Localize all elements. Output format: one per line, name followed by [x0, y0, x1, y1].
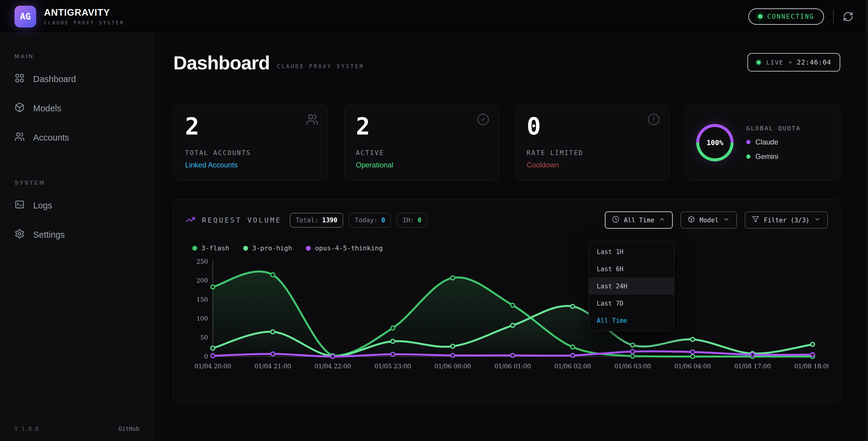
- svg-text:01/04 22:00: 01/04 22:00: [314, 362, 351, 370]
- sidebar-item-dashboard[interactable]: Dashboard: [0, 64, 154, 94]
- svg-text:01/04 20:00: 01/04 20:00: [194, 362, 231, 370]
- chart-title: REQUEST VOLUME: [202, 216, 281, 224]
- divider: [833, 10, 834, 24]
- model-filter-button[interactable]: Model: [681, 211, 737, 229]
- stat-label: RATE LIMITED: [527, 149, 658, 156]
- time-range-label: All Time: [624, 216, 654, 224]
- stat-card-active: 2ACTIVEOperational: [344, 105, 499, 180]
- svg-text:01/06 04:00: 01/06 04:00: [674, 362, 711, 370]
- users-icon: [14, 131, 25, 144]
- svg-text:50: 50: [200, 334, 208, 341]
- legend-dot: [243, 246, 248, 251]
- app-logo: AG: [14, 6, 36, 27]
- refresh-icon[interactable]: [843, 11, 854, 22]
- chip-label: Today:: [355, 216, 378, 224]
- chip-today: Today:0: [349, 213, 391, 228]
- quota-ring: 100%: [696, 124, 734, 161]
- app-subtitle: CLAUDE PROXY SYSTEM: [44, 20, 124, 26]
- chip-label: 1H:: [403, 216, 414, 224]
- dropdown-item-last-24h[interactable]: Last 24H: [589, 277, 674, 295]
- dot-separator: [789, 61, 792, 64]
- page-subtitle: CLAUDE PROXY SYSTEM: [277, 63, 364, 74]
- svg-text:01/08 18:00: 01/08 18:00: [794, 362, 829, 370]
- package-icon: [688, 216, 695, 225]
- cube-icon: [14, 102, 25, 115]
- app-title: ANTIGRAVITY: [44, 7, 124, 18]
- stat-sublabel: Linked Accounts: [185, 161, 316, 169]
- svg-text:150: 150: [196, 296, 208, 303]
- stat-label: TOTAL ACCOUNTS: [185, 149, 316, 156]
- dropdown-item-last-6h[interactable]: Last 6H: [589, 260, 674, 277]
- model-filter-label: Model: [700, 216, 718, 224]
- stat-value: 2: [185, 114, 316, 139]
- legend-label: 3-pro-high: [252, 244, 292, 252]
- legend-label: Claude: [755, 138, 778, 146]
- chart-stat-chips: Total:1390Today:01H:0: [290, 213, 427, 228]
- svg-text:01/06 00:00: 01/06 00:00: [434, 362, 471, 370]
- chip-label: Total:: [296, 216, 318, 224]
- sidebar-item-logs[interactable]: Logs: [0, 191, 154, 220]
- chart-plot-area: 05010015020025001/04 20:0001/04 21:0001/…: [186, 257, 828, 373]
- svg-text:0: 0: [204, 353, 208, 360]
- chip-value: 0: [418, 216, 422, 224]
- stats-row: 2TOTAL ACCOUNTSLinked Accounts2ACTIVEOpe…: [173, 105, 840, 180]
- trending-up-icon: [186, 215, 195, 226]
- sidebar: MAINDashboardModelsAccountsSYSTEMLogsSet…: [0, 33, 154, 441]
- dropdown-item-last-7d[interactable]: Last 7D: [589, 295, 674, 312]
- chip-1h: 1H:0: [397, 213, 427, 228]
- stat-value: 0: [527, 114, 658, 139]
- legend-dot: [306, 246, 311, 251]
- chart-legend: 3-flash3-pro-highopus-4-5-thinking: [186, 244, 828, 252]
- stat-card-total-accounts: 2TOTAL ACCOUNTSLinked Accounts: [173, 105, 328, 180]
- svg-text:100: 100: [196, 315, 208, 322]
- chart-legend-item-3-flash[interactable]: 3-flash: [192, 244, 229, 252]
- filter-button[interactable]: Filter (3/3): [745, 211, 828, 229]
- sidebar-section-main: MAIN: [14, 53, 154, 60]
- svg-text:200: 200: [196, 277, 208, 284]
- connection-status-badge: CONNECTING: [748, 8, 824, 25]
- sidebar-item-accounts[interactable]: Accounts: [0, 123, 154, 152]
- svg-text:250: 250: [196, 258, 208, 265]
- legend-dot: [746, 154, 750, 159]
- svg-text:01/06 02:00: 01/06 02:00: [554, 362, 591, 370]
- live-clock: 22:46:04: [797, 59, 831, 66]
- dropdown-item-all-time[interactable]: All Time: [589, 312, 674, 329]
- users-icon: [306, 113, 318, 127]
- chip-value: 1390: [322, 216, 338, 224]
- time-range-button[interactable]: All Time: [605, 211, 673, 229]
- request-volume-chart: 05010015020025001/04 20:0001/04 21:0001/…: [186, 257, 829, 372]
- main-content: Dashboard CLAUDE PROXY SYSTEM LIVE 22:46…: [154, 33, 868, 441]
- chevron-down-icon: [723, 216, 730, 224]
- sidebar-item-label: Models: [33, 104, 61, 113]
- live-label: LIVE: [766, 59, 784, 66]
- app-version: V 1.0.0: [14, 425, 38, 432]
- sidebar-item-models[interactable]: Models: [0, 94, 154, 123]
- live-badge: LIVE 22:46:04: [747, 53, 840, 71]
- chart-legend-item-3-pro-high[interactable]: 3-pro-high: [243, 244, 292, 252]
- quota-legend-gemini: Gemini: [746, 152, 801, 161]
- status-dot: [758, 14, 763, 19]
- page-title: Dashboard: [173, 52, 270, 74]
- github-link[interactable]: GitHub: [119, 425, 139, 432]
- alert-circle-icon: [647, 113, 660, 127]
- sidebar-section-system: SYSTEM: [14, 179, 154, 186]
- stat-sublabel: Operational: [356, 161, 487, 169]
- clock-icon: [612, 216, 619, 225]
- filter-label: Filter (3/3): [764, 216, 809, 224]
- dropdown-item-last-1h[interactable]: Last 1H: [589, 243, 674, 260]
- chart-legend-item-opus-4-5-thinking[interactable]: opus-4-5-thinking: [306, 244, 383, 252]
- quota-legend-claude: Claude: [746, 138, 801, 146]
- funnel-icon: [752, 216, 759, 225]
- sidebar-item-settings[interactable]: Settings: [0, 220, 154, 249]
- live-dot: [756, 60, 761, 64]
- sidebar-item-label: Logs: [33, 201, 52, 210]
- sidebar-item-label: Accounts: [33, 133, 69, 143]
- quota-label: GLOBAL QUOTA: [746, 124, 801, 132]
- legend-dot: [192, 246, 197, 251]
- status-text: CONNECTING: [767, 13, 814, 20]
- request-volume-card: REQUEST VOLUME Total:1390Today:01H:0 All…: [173, 199, 840, 404]
- scrollbar[interactable]: [866, 0, 868, 441]
- legend-label: 3-flash: [201, 244, 229, 252]
- time-range-dropdown: Last 1HLast 6HLast 24HLast 7DAll Time: [589, 241, 674, 331]
- chip-value: 0: [381, 216, 385, 224]
